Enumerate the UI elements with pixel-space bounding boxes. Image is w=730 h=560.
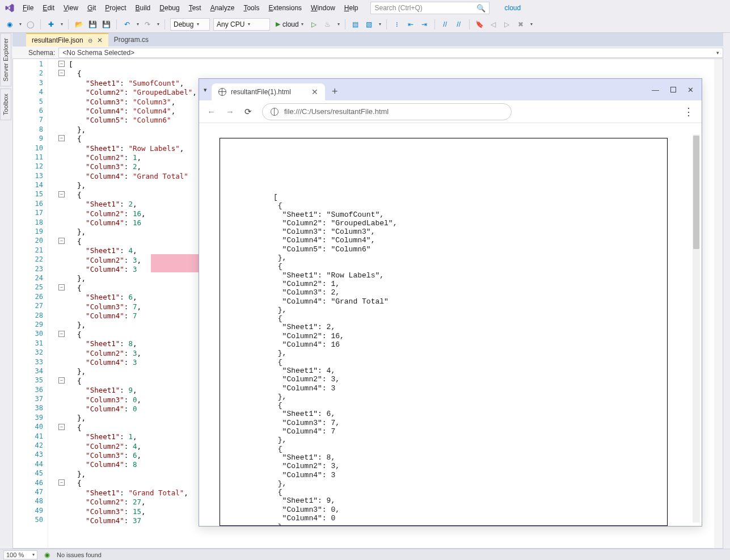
schema-label: Schema: bbox=[28, 49, 55, 57]
menu-item-file[interactable]: File bbox=[18, 2, 38, 14]
schema-row: Schema: <No Schema Selected> ▾ bbox=[12, 47, 723, 59]
line-gutter: 1234567891011121314151617181920212223242… bbox=[13, 59, 48, 548]
search-box[interactable]: Search (Ctrl+Q) 🔍 bbox=[370, 2, 490, 14]
window-1-icon[interactable]: ▤ bbox=[351, 19, 361, 30]
line-number: 35 bbox=[13, 376, 48, 385]
browser-scrollbar[interactable] bbox=[693, 134, 700, 523]
line-number: 21 bbox=[13, 246, 48, 255]
start-button[interactable]: ▶ cloud ▾ bbox=[273, 20, 306, 28]
menu-item-window[interactable]: Window bbox=[306, 2, 340, 14]
open-folder-icon[interactable]: 📂 bbox=[74, 19, 84, 30]
chevron-down-icon[interactable]: ▾ bbox=[204, 86, 207, 94]
config-combo[interactable]: Debug▾ bbox=[170, 18, 210, 31]
globe-icon bbox=[218, 88, 226, 96]
uncomment-icon[interactable]: // bbox=[454, 19, 464, 30]
status-bar: 100 %▾ ◉ No issues found bbox=[0, 549, 730, 560]
nav-forward-icon[interactable]: ◯ bbox=[25, 19, 35, 30]
line-number: 2 bbox=[13, 69, 48, 78]
menu-item-edit[interactable]: Edit bbox=[38, 2, 59, 14]
zoom-combo[interactable]: 100 %▾ bbox=[3, 550, 37, 559]
line-number: 46 bbox=[13, 479, 48, 488]
browser-toolbar: ← → ⟳ file:///C:/Users/resultantFile.htm… bbox=[199, 100, 702, 123]
doc-tab-inactive[interactable]: Program.cs bbox=[108, 33, 154, 47]
minimize-icon[interactable]: — bbox=[652, 86, 659, 94]
editor-scrollbar[interactable] bbox=[714, 59, 723, 548]
nav-back-icon[interactable]: ◉ bbox=[5, 19, 15, 30]
menu-item-analyze[interactable]: Analyze bbox=[206, 2, 239, 14]
line-number: 5 bbox=[13, 98, 48, 107]
reload-icon[interactable]: ⟳ bbox=[244, 107, 252, 117]
hot-reload-icon[interactable]: ♨ bbox=[323, 19, 333, 30]
platform-combo[interactable]: Any CPU▾ bbox=[213, 18, 270, 31]
code-line[interactable]: { bbox=[54, 69, 723, 78]
line-number: 22 bbox=[13, 255, 48, 264]
line-number: 4 bbox=[13, 88, 48, 97]
menu-item-extensions[interactable]: Extensions bbox=[264, 2, 306, 14]
save-all-icon[interactable]: 💾 bbox=[101, 19, 111, 30]
browser-window: ▾ resultantFile(1).html ✕ + — ✕ ← → ⟳ fi… bbox=[199, 78, 702, 527]
code-line[interactable]: [ bbox=[54, 60, 723, 69]
line-number: 10 bbox=[13, 144, 48, 153]
menu-item-debug[interactable]: Debug bbox=[155, 2, 184, 14]
menu-item-build[interactable]: Build bbox=[131, 2, 155, 14]
redo-icon[interactable]: ↷ bbox=[142, 19, 153, 30]
line-number: 42 bbox=[13, 441, 48, 450]
line-number: 50 bbox=[13, 516, 48, 525]
close-icon[interactable]: ✕ bbox=[97, 36, 103, 44]
new-tab-icon[interactable]: + bbox=[332, 86, 338, 98]
doc-tab-active[interactable]: resultantFile.json ⊖ ✕ bbox=[26, 33, 108, 47]
schema-combo[interactable]: <No Schema Selected> ▾ bbox=[58, 48, 723, 58]
nav-forward-icon[interactable]: → bbox=[226, 107, 234, 116]
comment-icon[interactable]: // bbox=[440, 19, 450, 30]
doc-tab-row: resultantFile.json ⊖ ✕ Program.cs bbox=[12, 33, 723, 47]
kebab-menu-icon[interactable]: ⋮ bbox=[683, 106, 694, 118]
prev-bookmark-icon[interactable]: ◁ bbox=[488, 19, 499, 30]
menu-item-tools[interactable]: Tools bbox=[239, 2, 264, 14]
menu-item-view[interactable]: View bbox=[59, 2, 83, 14]
line-number: 3 bbox=[13, 79, 48, 88]
toolbox-tab[interactable]: Toolbox bbox=[0, 89, 11, 120]
line-number: 27 bbox=[13, 302, 48, 311]
line-number: 28 bbox=[13, 311, 48, 321]
browser-tab[interactable]: resultantFile(1).html ✕ bbox=[212, 83, 325, 100]
start-no-debug-icon[interactable]: ▷ bbox=[309, 19, 319, 30]
new-item-icon[interactable]: ✚ bbox=[46, 19, 56, 30]
vs-logo-icon bbox=[3, 2, 16, 14]
pin-icon[interactable]: ⊖ bbox=[88, 37, 92, 44]
indent-dec-icon[interactable]: ⇤ bbox=[406, 19, 416, 30]
line-number: 7 bbox=[13, 116, 48, 125]
next-bookmark-icon[interactable]: ▷ bbox=[502, 19, 512, 30]
server-explorer-tab[interactable]: Server Explorer bbox=[0, 33, 11, 86]
line-number: 44 bbox=[13, 460, 48, 469]
line-number: 11 bbox=[13, 153, 48, 162]
indent-inc-icon[interactable]: ⇥ bbox=[419, 19, 429, 30]
tool-bar: ◉▾ ◯ ✚▾ 📂 💾 💾 ↶▾ ↷▾ Debug▾ Any CPU▾ ▶ cl… bbox=[0, 16, 730, 33]
indent-guides-icon[interactable]: ⫶ bbox=[392, 19, 402, 30]
url-bar[interactable]: file:///C:/Users/resultantFile.html bbox=[262, 103, 512, 120]
menu-item-project[interactable]: Project bbox=[100, 2, 130, 14]
line-number: 45 bbox=[13, 469, 48, 478]
play-icon: ▶ bbox=[276, 20, 280, 28]
window-2-icon[interactable]: ▧ bbox=[364, 19, 374, 30]
bookmark-icon[interactable]: 🔖 bbox=[475, 19, 485, 30]
nav-back-icon[interactable]: ← bbox=[207, 107, 216, 116]
menu-item-test[interactable]: Test bbox=[184, 2, 206, 14]
close-window-icon[interactable]: ✕ bbox=[687, 86, 694, 94]
save-icon[interactable]: 💾 bbox=[87, 19, 98, 30]
clear-bookmarks-icon[interactable]: ✖ bbox=[516, 19, 526, 30]
undo-icon[interactable]: ↶ bbox=[122, 19, 132, 30]
line-number: 13 bbox=[13, 172, 48, 181]
scroll-thumb[interactable] bbox=[693, 136, 699, 249]
cloud-label[interactable]: cloud bbox=[504, 4, 521, 12]
search-icon: 🔍 bbox=[476, 4, 486, 12]
menu-item-help[interactable]: Help bbox=[340, 2, 363, 14]
line-number: 34 bbox=[13, 367, 48, 376]
maximize-icon[interactable] bbox=[670, 86, 676, 94]
tab-close-icon[interactable]: ✕ bbox=[311, 87, 318, 96]
menu-item-git[interactable]: Git bbox=[83, 2, 100, 14]
line-number: 17 bbox=[13, 209, 48, 218]
line-number: 31 bbox=[13, 339, 48, 348]
line-number: 15 bbox=[13, 190, 48, 199]
line-number: 24 bbox=[13, 274, 48, 283]
line-number: 36 bbox=[13, 386, 48, 395]
